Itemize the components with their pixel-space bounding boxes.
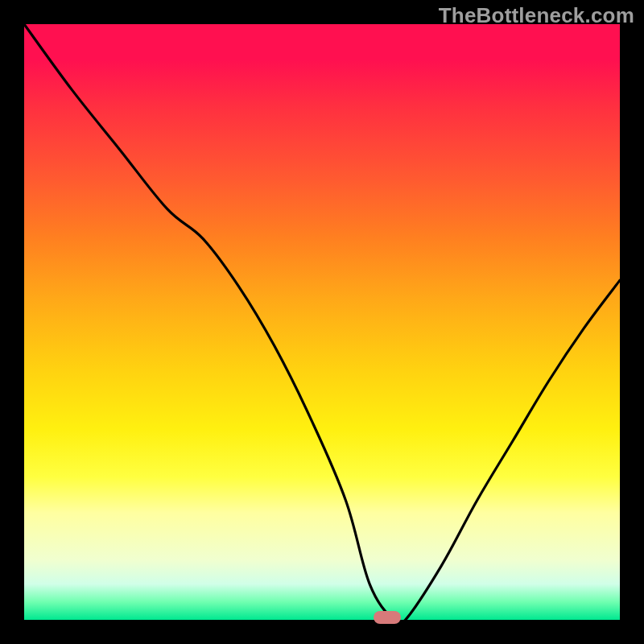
curve-line (24, 24, 620, 620)
curve-layer (24, 24, 620, 620)
chart-frame: TheBottleneck.com (0, 0, 644, 644)
plot-area (24, 24, 620, 620)
bottleneck-marker (374, 611, 401, 624)
